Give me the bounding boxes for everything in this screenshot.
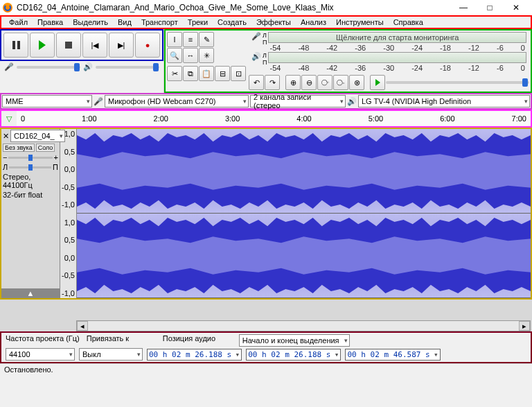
menu-select[interactable]: Выделить — [68, 17, 113, 28]
audio-position-label: Позиция аудио — [163, 334, 232, 347]
app-icon — [3, 3, 12, 12]
fit-selection-button[interactable]: ⧂ — [317, 75, 332, 90]
zoom-in-button[interactable]: ⊕ — [285, 75, 301, 90]
speaker-meter-icon: 🔊 — [251, 52, 261, 72]
recording-channels-combo[interactable]: 2 канала записи (стерео — [250, 95, 346, 107]
menu-transport[interactable]: Транспорт — [136, 17, 183, 28]
recording-meter[interactable]: Щёлкните для старта мониторинга — [268, 32, 526, 43]
paste-button[interactable]: 📋 — [199, 66, 214, 81]
timeshift-tool[interactable]: ↔ — [183, 48, 198, 63]
skip-end-button[interactable]: ▶| — [109, 33, 134, 58]
audio-host-combo[interactable]: MME — [2, 95, 92, 107]
status-bar: Остановлено. — [0, 363, 532, 376]
playback-meter[interactable] — [268, 52, 526, 63]
snap-to-label: Привязать к — [87, 334, 156, 347]
minimize-button[interactable]: — — [450, 0, 477, 15]
speaker-device-icon: 🔊 — [347, 97, 357, 106]
multi-tool[interactable]: ✳ — [199, 48, 214, 63]
track-control-panel: ✕CD162_04_ Без звукаСоло −+ ЛП Стерео, 4… — [1, 129, 60, 298]
timeline-play-icon: ▽ — [6, 114, 12, 123]
recording-volume-slider[interactable] — [17, 66, 80, 69]
gain-slider[interactable] — [8, 157, 52, 159]
play-at-speed-button[interactable] — [370, 75, 385, 90]
track-menu[interactable]: CD162_04_ — [10, 130, 65, 142]
play-button[interactable] — [30, 33, 55, 58]
zoom-tool[interactable]: 🔍 — [167, 48, 182, 63]
project-rate-label: Частота проекта (Гц) — [6, 334, 80, 347]
vertical-scale: 1,00,50,0-0,5-1,01,00,50,0-0,5-1,0 — [60, 129, 77, 298]
zoom-toggle-button[interactable]: ⊗ — [349, 75, 364, 90]
close-button[interactable]: ✕ — [503, 0, 529, 15]
mute-button[interactable]: Без звука — [3, 144, 35, 152]
menu-analyze[interactable]: Анализ — [296, 17, 331, 28]
selection-mode-combo[interactable]: Начало и конец выделения — [239, 334, 350, 347]
menu-effects[interactable]: Эффекты — [251, 17, 296, 28]
menu-generate[interactable]: Создать — [213, 17, 251, 28]
fit-project-button[interactable]: ⧃ — [333, 75, 348, 90]
trim-button[interactable]: ⊟ — [215, 66, 230, 81]
menu-view[interactable]: Вид — [113, 17, 136, 28]
pause-button[interactable] — [3, 33, 28, 58]
selection-tool[interactable]: I — [167, 32, 182, 47]
track-format: Стерео, 44100Гц — [3, 173, 58, 189]
menu-tracks[interactable]: Треки — [183, 17, 213, 28]
menu-edit[interactable]: Правка — [33, 17, 68, 28]
draw-tool[interactable]: ✎ — [199, 32, 214, 47]
playback-speed-slider[interactable] — [386, 81, 529, 84]
menu-bar: Файл Правка Выделить Вид Транспорт Треки… — [0, 15, 532, 29]
mic-meter-icon: 🎤 — [251, 32, 261, 52]
selection-toolbar: Частота проекта (Гц) Привязать к Позиция… — [0, 331, 532, 363]
device-toolbar: MME 🎤 Микрофон (HD Webcam C270) 2 канала… — [0, 93, 532, 110]
maximize-button[interactable]: □ — [477, 0, 503, 15]
timeline[interactable]: ▽ 01:002:003:004:005:006:007:00 — [0, 110, 532, 128]
track-area: ✕CD162_04_ Без звукаСоло −+ ЛП Стерео, 4… — [0, 128, 532, 300]
mic-icon: 🎤 — [4, 62, 14, 71]
mic-device-icon: 🎤 — [94, 97, 103, 106]
track-bits: 32-бит float — [3, 191, 42, 199]
menu-file[interactable]: Файл — [4, 17, 33, 28]
waveform[interactable] — [77, 129, 531, 298]
zoom-out-button[interactable]: ⊖ — [301, 75, 317, 90]
audio-position-field[interactable]: 00 h 02 m 26.188 s — [147, 349, 242, 361]
record-button[interactable]: ● — [135, 33, 160, 58]
pan-slider[interactable] — [9, 166, 51, 168]
cut-button[interactable]: ✂ — [167, 66, 182, 81]
selection-end-field[interactable]: 00 h 02 m 46.587 s — [345, 349, 440, 361]
speaker-icon: 🔊 — [83, 62, 93, 71]
solo-button[interactable]: Соло — [36, 144, 55, 152]
scroll-left-arrow[interactable]: ◂ — [77, 321, 88, 331]
silence-button[interactable]: ⊡ — [231, 66, 246, 81]
project-rate-combo[interactable]: 44100 — [6, 348, 75, 361]
recording-device-combo[interactable]: Микрофон (HD Webcam C270) — [105, 95, 249, 107]
stop-button[interactable] — [56, 33, 81, 58]
tools-toolbar: I ≡ ✎ 🔍 ↔ ✳ ✂ ⧉ 📋 ⊟ ⊡ 🎤 ЛП — [164, 29, 532, 93]
snap-to-combo[interactable]: Выкл — [79, 348, 143, 361]
menu-help[interactable]: Справка — [389, 17, 428, 28]
scroll-right-arrow[interactable]: ▸ — [519, 321, 530, 331]
window-title: CD162_04_Antoine_Clamaran_And_Mario_Ocho… — [17, 3, 450, 12]
copy-button[interactable]: ⧉ — [183, 66, 198, 81]
transport-toolbar: |◀ ▶| ● — [0, 29, 163, 61]
selection-start-field[interactable]: 00 h 02 m 26.188 s — [246, 349, 341, 361]
menu-tools[interactable]: Инструменты — [331, 17, 389, 28]
playback-volume-slider[interactable] — [96, 66, 159, 69]
redo-button[interactable]: ↷ — [265, 75, 280, 90]
undo-button[interactable]: ↶ — [249, 75, 264, 90]
horizontal-scrollbar[interactable]: ◂ ▸ — [76, 320, 531, 331]
skip-start-button[interactable]: |◀ — [82, 33, 107, 58]
playback-device-combo[interactable]: LG TV-4 (NVIDIA High Definition — [358, 95, 530, 107]
collapse-button[interactable]: ▲ — [1, 288, 60, 298]
envelope-tool[interactable]: ≡ — [183, 32, 198, 47]
